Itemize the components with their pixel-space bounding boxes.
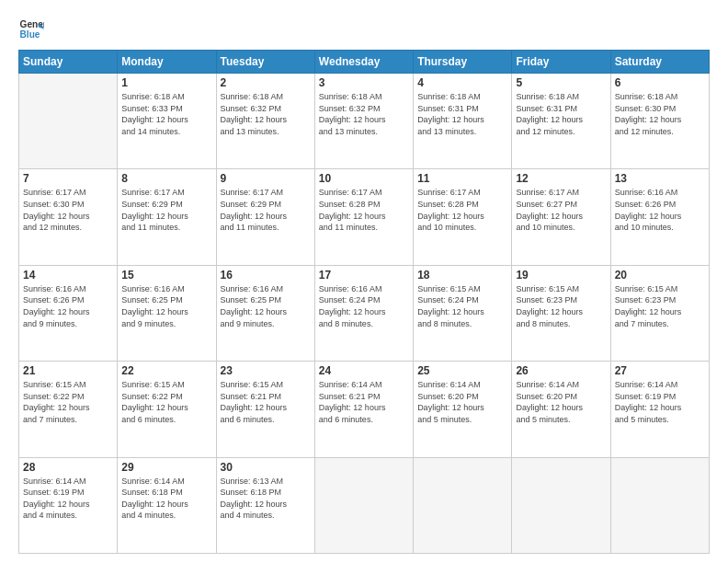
week-row-4: 28Sunrise: 6:14 AM Sunset: 6:19 PM Dayli… bbox=[19, 457, 710, 553]
day-number: 5 bbox=[516, 76, 606, 89]
day-number: 25 bbox=[417, 364, 507, 377]
day-info: Sunrise: 6:16 AM Sunset: 6:24 PM Dayligh… bbox=[319, 283, 409, 329]
weekday-friday: Friday bbox=[512, 51, 610, 74]
day-info: Sunrise: 6:18 AM Sunset: 6:33 PM Dayligh… bbox=[121, 91, 211, 137]
calendar-cell: 15Sunrise: 6:16 AM Sunset: 6:25 PM Dayli… bbox=[118, 265, 216, 361]
day-info: Sunrise: 6:15 AM Sunset: 6:24 PM Dayligh… bbox=[417, 283, 507, 329]
day-number: 6 bbox=[615, 76, 705, 89]
day-number: 20 bbox=[615, 269, 705, 282]
calendar-cell: 13Sunrise: 6:16 AM Sunset: 6:26 PM Dayli… bbox=[610, 169, 709, 265]
calendar-cell: 9Sunrise: 6:17 AM Sunset: 6:29 PM Daylig… bbox=[216, 169, 314, 265]
day-number: 23 bbox=[221, 364, 311, 377]
calendar-cell bbox=[512, 457, 610, 553]
day-info: Sunrise: 6:13 AM Sunset: 6:18 PM Dayligh… bbox=[221, 476, 311, 522]
day-info: Sunrise: 6:16 AM Sunset: 6:26 PM Dayligh… bbox=[23, 283, 113, 329]
day-number: 28 bbox=[23, 461, 113, 474]
calendar-cell: 10Sunrise: 6:17 AM Sunset: 6:28 PM Dayli… bbox=[314, 169, 413, 265]
day-number: 29 bbox=[121, 461, 211, 474]
day-info: Sunrise: 6:14 AM Sunset: 6:19 PM Dayligh… bbox=[615, 379, 705, 425]
day-info: Sunrise: 6:17 AM Sunset: 6:29 PM Dayligh… bbox=[121, 187, 211, 233]
weekday-monday: Monday bbox=[118, 51, 216, 74]
day-number: 11 bbox=[417, 172, 507, 185]
day-number: 8 bbox=[121, 172, 211, 185]
day-number: 17 bbox=[319, 269, 409, 282]
day-number: 2 bbox=[221, 76, 311, 89]
day-info: Sunrise: 6:15 AM Sunset: 6:23 PM Dayligh… bbox=[516, 283, 606, 329]
day-number: 12 bbox=[516, 172, 606, 185]
calendar-cell: 27Sunrise: 6:14 AM Sunset: 6:19 PM Dayli… bbox=[610, 362, 709, 457]
calendar-cell: 23Sunrise: 6:15 AM Sunset: 6:21 PM Dayli… bbox=[216, 362, 314, 457]
week-row-0: 1Sunrise: 6:18 AM Sunset: 6:33 PM Daylig… bbox=[19, 74, 710, 169]
calendar-cell: 21Sunrise: 6:15 AM Sunset: 6:22 PM Dayli… bbox=[19, 362, 118, 457]
day-info: Sunrise: 6:17 AM Sunset: 6:28 PM Dayligh… bbox=[417, 187, 507, 233]
weekday-wednesday: Wednesday bbox=[314, 51, 413, 74]
calendar-cell: 14Sunrise: 6:16 AM Sunset: 6:26 PM Dayli… bbox=[19, 265, 118, 361]
day-info: Sunrise: 6:15 AM Sunset: 6:22 PM Dayligh… bbox=[23, 379, 113, 425]
week-row-2: 14Sunrise: 6:16 AM Sunset: 6:26 PM Dayli… bbox=[19, 265, 710, 361]
day-number: 22 bbox=[121, 364, 211, 377]
week-row-1: 7Sunrise: 6:17 AM Sunset: 6:30 PM Daylig… bbox=[19, 169, 710, 265]
weekday-sunday: Sunday bbox=[19, 51, 118, 74]
header: General Blue bbox=[18, 17, 710, 42]
day-info: Sunrise: 6:17 AM Sunset: 6:29 PM Dayligh… bbox=[221, 187, 311, 233]
weekday-tuesday: Tuesday bbox=[216, 51, 314, 74]
calendar-cell: 19Sunrise: 6:15 AM Sunset: 6:23 PM Dayli… bbox=[512, 265, 610, 361]
weekday-header-row: SundayMondayTuesdayWednesdayThursdayFrid… bbox=[19, 51, 710, 74]
day-info: Sunrise: 6:16 AM Sunset: 6:26 PM Dayligh… bbox=[615, 187, 705, 233]
day-info: Sunrise: 6:14 AM Sunset: 6:20 PM Dayligh… bbox=[417, 379, 507, 425]
calendar-cell: 11Sunrise: 6:17 AM Sunset: 6:28 PM Dayli… bbox=[414, 169, 512, 265]
day-info: Sunrise: 6:18 AM Sunset: 6:32 PM Dayligh… bbox=[319, 91, 409, 137]
day-info: Sunrise: 6:18 AM Sunset: 6:30 PM Dayligh… bbox=[615, 91, 705, 137]
logo: General Blue bbox=[18, 17, 44, 42]
day-info: Sunrise: 6:17 AM Sunset: 6:28 PM Dayligh… bbox=[319, 187, 409, 233]
day-number: 9 bbox=[221, 172, 311, 185]
page: General Blue SundayMondayTuesdayWednesda… bbox=[0, 0, 728, 563]
day-info: Sunrise: 6:16 AM Sunset: 6:25 PM Dayligh… bbox=[221, 283, 311, 329]
calendar-cell: 16Sunrise: 6:16 AM Sunset: 6:25 PM Dayli… bbox=[216, 265, 314, 361]
calendar-cell: 7Sunrise: 6:17 AM Sunset: 6:30 PM Daylig… bbox=[19, 169, 118, 265]
day-number: 15 bbox=[121, 269, 211, 282]
day-info: Sunrise: 6:16 AM Sunset: 6:25 PM Dayligh… bbox=[121, 283, 211, 329]
calendar-cell: 29Sunrise: 6:14 AM Sunset: 6:18 PM Dayli… bbox=[118, 457, 216, 553]
day-number: 30 bbox=[221, 461, 311, 474]
calendar-cell: 8Sunrise: 6:17 AM Sunset: 6:29 PM Daylig… bbox=[118, 169, 216, 265]
calendar-cell: 1Sunrise: 6:18 AM Sunset: 6:33 PM Daylig… bbox=[118, 74, 216, 169]
day-info: Sunrise: 6:14 AM Sunset: 6:20 PM Dayligh… bbox=[516, 379, 606, 425]
day-number: 21 bbox=[23, 364, 113, 377]
calendar-cell: 12Sunrise: 6:17 AM Sunset: 6:27 PM Dayli… bbox=[512, 169, 610, 265]
day-number: 1 bbox=[121, 76, 211, 89]
day-number: 18 bbox=[417, 269, 507, 282]
calendar-cell: 28Sunrise: 6:14 AM Sunset: 6:19 PM Dayli… bbox=[19, 457, 118, 553]
day-number: 3 bbox=[319, 76, 409, 89]
day-info: Sunrise: 6:17 AM Sunset: 6:30 PM Dayligh… bbox=[23, 187, 113, 233]
calendar-cell: 25Sunrise: 6:14 AM Sunset: 6:20 PM Dayli… bbox=[414, 362, 512, 457]
week-row-3: 21Sunrise: 6:15 AM Sunset: 6:22 PM Dayli… bbox=[19, 362, 710, 457]
day-number: 19 bbox=[516, 269, 606, 282]
calendar-cell: 26Sunrise: 6:14 AM Sunset: 6:20 PM Dayli… bbox=[512, 362, 610, 457]
day-number: 4 bbox=[417, 76, 507, 89]
day-info: Sunrise: 6:15 AM Sunset: 6:22 PM Dayligh… bbox=[121, 379, 211, 425]
day-number: 14 bbox=[23, 269, 113, 282]
day-number: 26 bbox=[516, 364, 606, 377]
logo-icon: General Blue bbox=[18, 17, 44, 42]
weekday-thursday: Thursday bbox=[414, 51, 512, 74]
day-number: 10 bbox=[319, 172, 409, 185]
day-number: 13 bbox=[615, 172, 705, 185]
day-info: Sunrise: 6:15 AM Sunset: 6:23 PM Dayligh… bbox=[615, 283, 705, 329]
calendar-cell: 5Sunrise: 6:18 AM Sunset: 6:31 PM Daylig… bbox=[512, 74, 610, 169]
calendar-cell: 17Sunrise: 6:16 AM Sunset: 6:24 PM Dayli… bbox=[314, 265, 413, 361]
calendar-cell: 3Sunrise: 6:18 AM Sunset: 6:32 PM Daylig… bbox=[314, 74, 413, 169]
day-number: 27 bbox=[615, 364, 705, 377]
day-number: 7 bbox=[23, 172, 113, 185]
calendar-cell: 30Sunrise: 6:13 AM Sunset: 6:18 PM Dayli… bbox=[216, 457, 314, 553]
weekday-saturday: Saturday bbox=[610, 51, 709, 74]
calendar-cell: 20Sunrise: 6:15 AM Sunset: 6:23 PM Dayli… bbox=[610, 265, 709, 361]
day-number: 16 bbox=[221, 269, 311, 282]
calendar-cell: 4Sunrise: 6:18 AM Sunset: 6:31 PM Daylig… bbox=[414, 74, 512, 169]
day-info: Sunrise: 6:14 AM Sunset: 6:19 PM Dayligh… bbox=[23, 476, 113, 522]
calendar-cell bbox=[19, 74, 118, 169]
calendar-cell bbox=[414, 457, 512, 553]
calendar-cell: 18Sunrise: 6:15 AM Sunset: 6:24 PM Dayli… bbox=[414, 265, 512, 361]
day-info: Sunrise: 6:18 AM Sunset: 6:31 PM Dayligh… bbox=[417, 91, 507, 137]
day-info: Sunrise: 6:17 AM Sunset: 6:27 PM Dayligh… bbox=[516, 187, 606, 233]
